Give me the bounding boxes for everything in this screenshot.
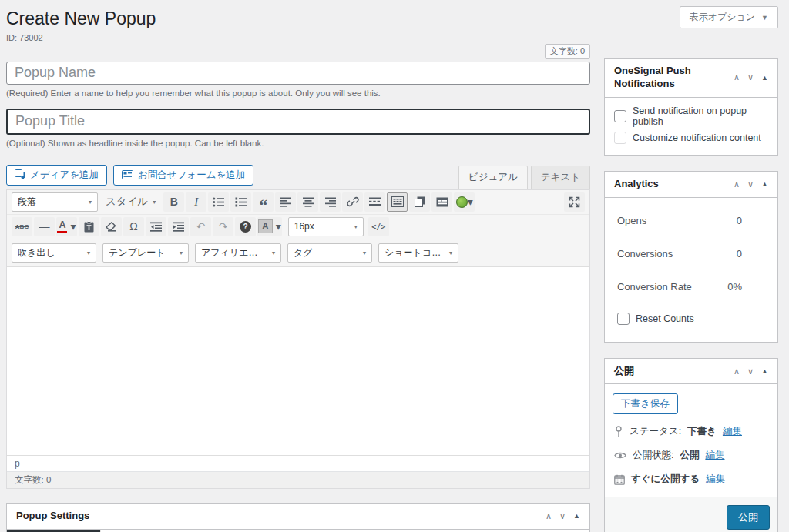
affiliate-select[interactable]: アフィリエ… ▾ — [195, 243, 281, 263]
edit-visibility-link[interactable]: 編集 — [705, 449, 724, 462]
editor-element-path[interactable]: p — [7, 455, 589, 471]
popup-settings-panel: Popup Settings ∧ ∨ ▲ Triggers Triggers — [6, 503, 590, 532]
font-size-select[interactable]: 16px ▾ — [288, 217, 364, 236]
conversions-label: Conversions — [617, 248, 673, 259]
special-character-button[interactable]: Ω — [123, 217, 144, 236]
paste-as-text-button[interactable] — [79, 217, 99, 236]
text-color-icon: A — [57, 220, 67, 233]
align-center-button[interactable] — [297, 192, 318, 212]
chevron-down-icon: ▾ — [70, 220, 76, 233]
styles-dropdown[interactable]: スタイル ▾ — [99, 192, 162, 212]
move-down-icon[interactable]: ∨ — [747, 72, 754, 82]
tag-select[interactable]: タグ ▾ — [287, 243, 372, 263]
visibility-row: 公開状態: 公開 編集 — [613, 449, 770, 462]
chevron-down-icon: ▾ — [87, 249, 90, 256]
insert-link-button[interactable] — [342, 192, 363, 212]
eye-icon — [614, 451, 626, 460]
undo-button[interactable]: ↶ — [190, 217, 211, 236]
name-char-count-badge: 文字数: 0 — [545, 44, 590, 59]
analytics-row-opens: Opens 0 — [605, 204, 777, 237]
tab-text[interactable]: テキスト — [531, 166, 590, 189]
schedule-label: すぐに公開する — [631, 473, 700, 486]
bold-button[interactable]: B — [163, 192, 184, 212]
indent-icon — [173, 222, 184, 232]
shortcode-select[interactable]: ショートコ… ▾ — [378, 243, 458, 263]
edit-schedule-link[interactable]: 編集 — [706, 473, 725, 486]
italic-button[interactable]: I — [186, 192, 206, 212]
highlight-color-button[interactable]: A ▾ — [257, 217, 282, 236]
toggle-panel-icon[interactable]: ▲ — [761, 180, 768, 188]
screen-options-button[interactable]: 表示オプション ▼ — [680, 6, 778, 28]
publish-panel: 公開 ∧ ∨ ▲ 下書き保存 ステータス: 下書き 編集 — [604, 358, 778, 532]
redo-button[interactable]: ↷ — [213, 217, 233, 236]
align-left-button[interactable] — [275, 192, 296, 212]
add-media-button[interactable]: メディアを追加 — [6, 165, 107, 186]
code-button[interactable]: </> — [368, 217, 389, 236]
sidebar: OneSignal Push Notifications ∧ ∨ ▲ Send … — [604, 58, 778, 532]
pin-icon — [614, 426, 623, 437]
publish-button[interactable]: 公開 — [727, 505, 770, 530]
reset-counts-checkbox[interactable] — [617, 313, 630, 325]
toggle-panel-icon[interactable]: ▲ — [761, 367, 768, 375]
chevron-down-icon: ▾ — [180, 249, 183, 256]
insert-page-break-button[interactable] — [409, 192, 430, 212]
move-down-icon[interactable]: ∨ — [747, 366, 754, 376]
conversion-rate-value: 0% — [727, 281, 742, 293]
blockquote-button[interactable]: “ — [253, 192, 274, 212]
opens-label: Opens — [617, 215, 646, 226]
text-color-button[interactable]: A ▾ — [56, 217, 77, 236]
chevron-down-icon: ▾ — [89, 199, 92, 206]
strikethrough-button[interactable]: ABC — [12, 217, 32, 236]
help-icon: ? — [240, 221, 251, 233]
read-more-tag-button[interactable] — [364, 192, 385, 212]
add-contact-form-label: お問合せフォームを追加 — [138, 169, 245, 182]
insert-layout-box-button[interactable] — [431, 192, 452, 212]
calendar-icon — [614, 474, 625, 485]
move-up-icon[interactable]: ∧ — [734, 179, 740, 189]
bullet-list-button[interactable] — [208, 192, 229, 212]
conversion-rate-label: Conversion Rate — [617, 281, 692, 293]
move-up-icon[interactable]: ∧ — [734, 72, 740, 82]
keyboard-shortcuts-button[interactable]: ? — [235, 217, 256, 236]
chevron-down-icon: ▾ — [354, 223, 358, 230]
numbered-list-icon — [235, 197, 247, 207]
add-contact-form-button[interactable]: お問合せフォームを追加 — [113, 165, 253, 186]
toolbar-toggle-button[interactable] — [387, 192, 408, 212]
numbered-list-button[interactable] — [230, 192, 251, 212]
speech-bubble-select[interactable]: 吹き出し ▾ — [12, 243, 96, 263]
plugin-dropdown-button[interactable]: ▾ — [454, 192, 475, 212]
toggle-panel-icon[interactable]: ▲ — [761, 74, 768, 82]
publish-title: 公開 — [614, 365, 634, 378]
send-notification-label: Send notification on popup publish — [633, 105, 768, 127]
chevron-down-icon: ▼ — [761, 14, 768, 22]
customize-notification-checkbox[interactable] — [614, 132, 626, 144]
move-down-icon[interactable]: ∨ — [747, 179, 754, 189]
tab-visual[interactable]: ビジュアル — [458, 166, 528, 189]
outdent-button[interactable] — [146, 217, 166, 236]
speech-bubble-label: 吹き出し — [18, 246, 55, 259]
move-down-icon[interactable]: ∨ — [559, 511, 566, 521]
fullscreen-button[interactable] — [564, 192, 585, 212]
popup-title-input[interactable] — [6, 109, 590, 135]
clear-formatting-button[interactable] — [101, 217, 122, 236]
popup-name-input[interactable] — [6, 62, 590, 85]
link-icon — [347, 196, 359, 207]
more-tag-icon — [369, 197, 381, 206]
save-draft-button[interactable]: 下書き保存 — [613, 393, 678, 414]
visibility-value: 公開 — [680, 449, 699, 462]
pages-icon — [415, 196, 425, 207]
send-notification-checkbox[interactable] — [614, 110, 626, 122]
align-right-button[interactable] — [320, 192, 341, 212]
content-editor: 段落 ▾ スタイル ▾ B I — [6, 189, 590, 489]
toggle-panel-icon[interactable]: ▲ — [573, 512, 580, 520]
template-select[interactable]: テンプレート ▾ — [102, 243, 189, 263]
editor-content-area[interactable] — [7, 267, 589, 455]
popup-title-help: (Optional) Shown as headline inside the … — [6, 139, 590, 148]
opens-value: 0 — [737, 215, 742, 226]
indent-button[interactable] — [168, 217, 189, 236]
paragraph-format-select[interactable]: 段落 ▾ — [12, 192, 98, 212]
move-up-icon[interactable]: ∧ — [546, 511, 552, 521]
horizontal-rule-button[interactable]: — — [34, 217, 55, 236]
move-up-icon[interactable]: ∧ — [734, 366, 740, 376]
edit-status-link[interactable]: 編集 — [723, 425, 742, 438]
